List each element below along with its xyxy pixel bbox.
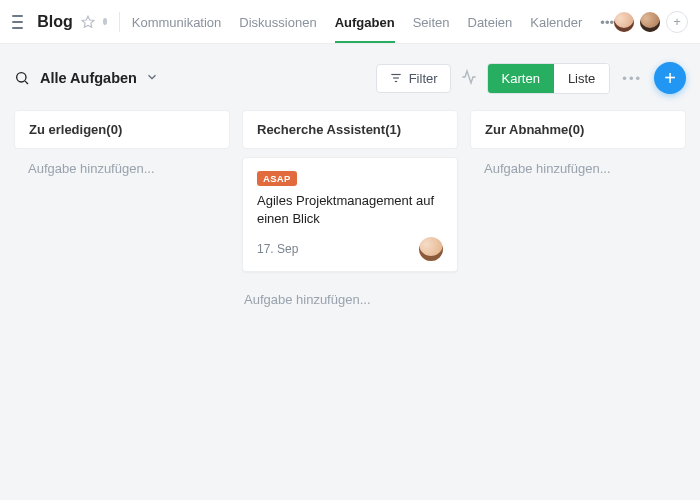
workspace-title[interactable]: Blog [37, 13, 73, 31]
task-date: 17. Sep [257, 242, 298, 256]
column-title: Zu erledigen [29, 122, 106, 137]
view-list-button[interactable]: Liste [554, 64, 609, 93]
star-icon[interactable] [81, 15, 95, 29]
add-member-button[interactable]: + [666, 11, 688, 33]
card-footer: 17. Sep [257, 237, 443, 261]
topbar-right: + [614, 11, 688, 33]
priority-tag: ASAP [257, 171, 297, 186]
column-recherche-assistent: Recherche Assistent(1) ASAP Agiles Proje… [242, 110, 458, 311]
activity-icon[interactable] [461, 69, 477, 88]
svg-marker-0 [82, 16, 94, 27]
hamburger-icon[interactable] [12, 15, 23, 29]
column-zur-abnahme: Zur Abnahme(0) Aufgabe hinzufügen... [470, 110, 686, 188]
add-task-fab[interactable]: + [654, 62, 686, 94]
column-count: (1) [385, 122, 401, 137]
view-cards-button[interactable]: Karten [488, 64, 554, 93]
tab-kommunikation[interactable]: Kommunikation [132, 2, 222, 42]
column-header[interactable]: Recherche Assistent(1) [242, 110, 458, 149]
subheader: Alle Aufgaben Filter Karten Liste ••• + [14, 44, 686, 110]
tab-kalender[interactable]: Kalender [530, 2, 582, 42]
search-icon[interactable] [14, 70, 30, 86]
add-task-input[interactable]: Aufgabe hinzufügen... [242, 280, 458, 311]
view-title[interactable]: Alle Aufgaben [40, 70, 137, 86]
add-task-input[interactable]: Aufgabe hinzufügen... [470, 149, 686, 188]
view-toggle: Karten Liste [487, 63, 611, 94]
column-count: (0) [568, 122, 584, 137]
filter-label: Filter [409, 71, 438, 86]
topbar: Blog Kommunikation Diskussionen Aufgaben… [0, 0, 700, 44]
tab-seiten[interactable]: Seiten [413, 2, 450, 42]
svg-line-2 [25, 81, 28, 84]
card-list: ASAP Agiles Projektmanagement auf einen … [242, 157, 458, 311]
filter-icon [389, 71, 403, 85]
tab-more-icon[interactable]: ••• [600, 2, 614, 42]
nav-tabs: Kommunikation Diskussionen Aufgaben Seit… [132, 2, 614, 42]
chevron-down-icon[interactable] [145, 70, 159, 87]
tab-aufgaben[interactable]: Aufgaben [335, 2, 395, 42]
tab-diskussionen[interactable]: Diskussionen [239, 2, 316, 42]
status-dot-icon [103, 18, 107, 25]
column-header[interactable]: Zu erledigen(0) [14, 110, 230, 149]
column-zu-erledigen: Zu erledigen(0) Aufgabe hinzufügen... [14, 110, 230, 188]
task-card[interactable]: ASAP Agiles Projektmanagement auf einen … [242, 157, 458, 272]
task-title: Agiles Projektmanagement auf einen Blick [257, 192, 443, 227]
add-task-input[interactable]: Aufgabe hinzufügen... [14, 149, 230, 188]
column-title: Recherche Assistent [257, 122, 385, 137]
column-title: Zur Abnahme [485, 122, 568, 137]
column-header[interactable]: Zur Abnahme(0) [470, 110, 686, 149]
assignee-avatar[interactable] [419, 237, 443, 261]
column-count: (0) [106, 122, 122, 137]
tab-dateien[interactable]: Dateien [468, 2, 513, 42]
svg-point-1 [17, 73, 26, 82]
filter-button[interactable]: Filter [376, 64, 451, 93]
kanban-columns: Zu erledigen(0) Aufgabe hinzufügen... Re… [14, 110, 686, 311]
content-area: Alle Aufgaben Filter Karten Liste ••• + … [0, 44, 700, 500]
separator [119, 12, 120, 32]
more-options-icon[interactable]: ••• [622, 71, 642, 86]
avatar[interactable] [640, 12, 660, 32]
avatar[interactable] [614, 12, 634, 32]
